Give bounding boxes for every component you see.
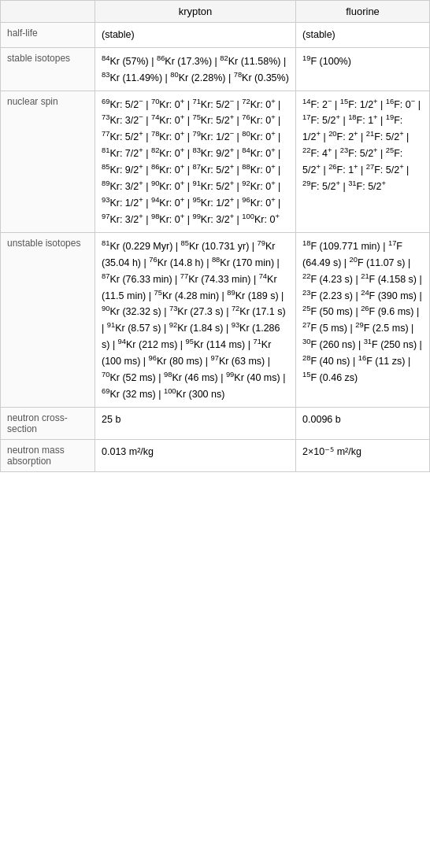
row-label-3: unstable isotopes <box>1 232 95 407</box>
row-label-1: stable isotopes <box>1 47 95 90</box>
krypton-cell-0: (stable) <box>95 23 296 48</box>
fluorine-cell-3: 18F (109.771 min) | 17F (64.49 s) | 20F … <box>296 232 430 407</box>
header-krypton: krypton <box>95 1 296 23</box>
fluorine-cell-2: 14F: 2− | 15F: 1/2+ | 16F: 0− | 17F: 5/2… <box>296 90 430 232</box>
fluorine-cell-4: 0.0096 b <box>296 407 430 439</box>
header-fluorine: fluorine <box>296 1 430 23</box>
row-label-4: neutron cross-section <box>1 407 95 439</box>
header-label-col <box>1 1 95 23</box>
row-label-5: neutron mass absorption <box>1 439 95 471</box>
fluorine-cell-1: 19F (100%) <box>296 47 430 90</box>
fluorine-cell-0: (stable) <box>296 23 430 48</box>
row-label-2: nuclear spin <box>1 90 95 232</box>
krypton-cell-1: 84Kr (57%) | 86Kr (17.3%) | 82Kr (11.58%… <box>95 47 296 90</box>
krypton-cell-3: 81Kr (0.229 Myr) | 85Kr (10.731 yr) | 79… <box>95 232 296 407</box>
krypton-cell-5: 0.013 m²/kg <box>95 439 296 471</box>
krypton-cell-2: 69Kr: 5/2− | 70Kr: 0+ | 71Kr: 5/2− | 72K… <box>95 90 296 232</box>
krypton-cell-4: 25 b <box>95 407 296 439</box>
row-label-0: half-life <box>1 23 95 48</box>
fluorine-cell-5: 2×10⁻⁵ m²/kg <box>296 439 430 471</box>
